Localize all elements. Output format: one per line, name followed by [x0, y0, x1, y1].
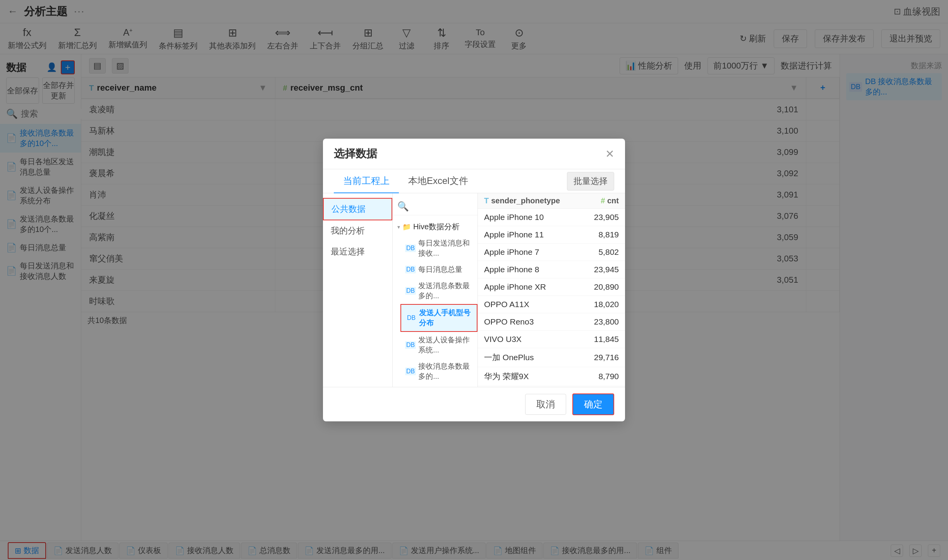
tree-child-1[interactable]: DB 每日发送消息和接收...	[400, 235, 477, 261]
folder-icon: 📁	[402, 223, 411, 231]
tab-current-project[interactable]: 当前工程上	[334, 169, 399, 193]
right-data-row-11: 华为 荣耀Play4T 32,552	[478, 386, 625, 387]
modal-middle-tree: 🔍 ⚙ ▾ 📁 Hive数据分析 DB 每日发送消息和接收...	[393, 193, 478, 387]
menu-public-data[interactable]: 公共数据	[323, 198, 392, 220]
tab-local-excel[interactable]: 本地Excel文件	[399, 169, 477, 193]
tree-child-7[interactable]: DB 每日各地区发送消息...	[400, 385, 477, 387]
select-data-modal: 选择数据 ✕ 当前工程上 本地Excel文件 批量选择 公共数据 我的分析 最近…	[323, 139, 625, 421]
tree-child-4[interactable]: DB 发送人手机型号分布	[400, 304, 477, 332]
tree-root-label: Hive数据分析	[413, 222, 460, 232]
modal-right-header: T sender_phonetype # cnt	[478, 193, 625, 209]
tree-child-2[interactable]: DB 每日消息总量	[400, 261, 477, 278]
batch-select-btn[interactable]: 批量选择	[567, 172, 614, 191]
right-data-row-8: VIVO U3X 11,845	[478, 331, 625, 348]
tree-child-6[interactable]: DB 接收消息条数最多的...	[400, 358, 477, 385]
tree-root: ▾ 📁 Hive数据分析 DB 每日发送消息和接收... DB 每日消息总量	[393, 218, 477, 387]
right-data-row-6: OPPO A11X 18,020	[478, 296, 625, 313]
col-header-sender-phonetype: T sender_phonetype	[484, 196, 572, 205]
modal-tabs: 当前工程上 本地Excel文件	[334, 169, 567, 193]
search-icon: 🔍	[397, 201, 409, 212]
modal-search-input[interactable]	[412, 202, 478, 211]
tree-children: DB 每日发送消息和接收... DB 每日消息总量 DB 发送消息条数最多的..…	[393, 235, 477, 387]
confirm-btn[interactable]: 确定	[572, 393, 614, 415]
right-data-row-7: OPPO Reno3 23,800	[478, 313, 625, 331]
db-badge: DB	[406, 314, 417, 322]
right-data-row-9: 一加 OnePlus 29,716	[478, 348, 625, 367]
cancel-btn[interactable]: 取消	[525, 394, 566, 415]
modal-right-preview: T sender_phonetype # cnt Apple iPhone 10…	[478, 193, 625, 387]
right-data-row-3: Apple iPhone 7 5,802	[478, 244, 625, 261]
right-data-row-2: Apple iPhone 11 8,819	[478, 226, 625, 244]
modal-header: 选择数据 ✕	[323, 139, 625, 169]
db-badge: DB	[405, 368, 416, 375]
tree-child-3[interactable]: DB 发送消息条数最多的...	[400, 278, 477, 304]
db-badge: DB	[405, 287, 416, 295]
right-data-row-10: 华为 荣耀9X 8,790	[478, 367, 625, 386]
tree-child-5[interactable]: DB 发送人设备操作系统...	[400, 332, 477, 358]
menu-my-analysis[interactable]: 我的分析	[323, 220, 392, 241]
close-icon[interactable]: ✕	[605, 148, 614, 160]
right-data-row-1: Apple iPhone 10 23,905	[478, 209, 625, 226]
modal-footer: 取消 确定	[323, 387, 625, 421]
right-data-row-5: Apple iPhone XR 20,890	[478, 278, 625, 296]
modal-title: 选择数据	[334, 146, 377, 161]
modal-overlay: 选择数据 ✕ 当前工程上 本地Excel文件 批量选择 公共数据 我的分析 最近…	[0, 0, 948, 560]
modal-body: 公共数据 我的分析 最近选择 🔍 ⚙ ▾ 📁 Hive数据分析	[323, 193, 625, 387]
menu-recent[interactable]: 最近选择	[323, 241, 392, 262]
db-badge: DB	[405, 341, 416, 349]
expand-icon: ▾	[397, 224, 400, 230]
col-header-cnt: # cnt	[572, 196, 619, 205]
db-badge: DB	[405, 244, 416, 252]
tree-root-item[interactable]: ▾ 📁 Hive数据分析	[393, 218, 477, 235]
modal-left-menu: 公共数据 我的分析 最近选择	[323, 193, 393, 387]
db-badge: DB	[405, 266, 416, 273]
modal-search: 🔍 ⚙	[393, 198, 477, 215]
right-data-row-4: Apple iPhone 8 23,945	[478, 261, 625, 278]
